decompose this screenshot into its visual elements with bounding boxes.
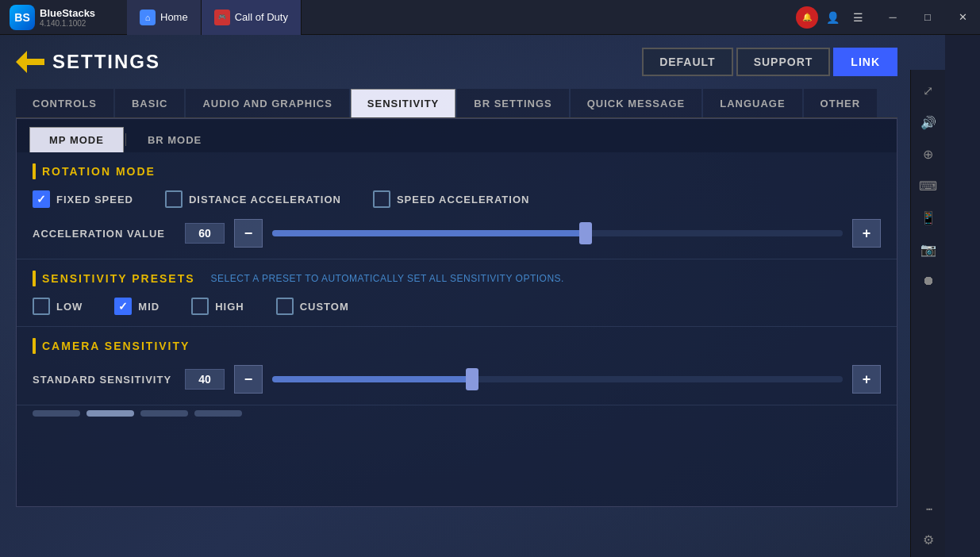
maximize-button[interactable]: □ [910,0,945,35]
default-button[interactable]: DEFAULT [642,48,733,76]
support-button[interactable]: SUPPORT [736,48,831,76]
acceleration-label: ACCELERATION VALUE [33,228,175,240]
acceleration-value: 60 [185,223,225,244]
preset-low-item[interactable]: LOW [33,298,83,315]
tab-other[interactable]: OTHER [804,89,878,117]
standard-sensitivity-fill [272,376,472,382]
camera-sensitivity-label: CAMERA SENSITIVITY [42,340,190,352]
tab-br-settings[interactable]: BR SETTINGS [457,89,568,117]
link-button[interactable]: LINK [833,48,897,76]
bs-info: BlueStacks 4.140.1.1002 [40,7,95,28]
subtab-divider [125,133,126,146]
tab-controls[interactable]: CONTROLS [16,89,113,117]
presets-desc: SELECT A PRESET TO AUTOMATICALLY SET ALL… [211,273,564,284]
tab-basic[interactable]: BASIC [115,89,184,117]
presets-label: SENSITIVITY PRESETS [42,272,195,285]
preset-mid-checkbox[interactable] [114,298,132,315]
preset-custom-label: CUSTOM [300,301,349,313]
distance-accel-checkbox[interactable] [165,190,183,208]
menu-icon[interactable]: ☰ [847,6,869,29]
bluestacks-logo: BS BlueStacks 4.140.1.1002 [0,5,127,30]
fixed-speed-checkbox[interactable] [33,190,50,208]
minimize-button[interactable]: ─ [875,0,910,35]
scroll-bar-area [17,405,897,421]
back-arrow-icon[interactable] [16,51,44,73]
bs-version: 4.140.1.1002 [40,19,95,28]
scroll-tab-4[interactable] [194,410,242,417]
scroll-tab-3[interactable] [140,410,188,417]
acceleration-increment[interactable]: + [852,219,881,248]
content-area: MP MODE BR MODE ROTATION MODE FIXED SPEE… [16,118,897,507]
speed-accel-checkbox[interactable] [373,190,390,208]
preset-low-checkbox[interactable] [33,298,50,315]
header-buttons: DEFAULT SUPPORT LINK [642,48,897,76]
standard-sensitivity-increment[interactable]: + [852,365,881,394]
preset-custom-item[interactable]: CUSTOM [276,298,349,315]
standard-sensitivity-row: STANDARD SENSITIVITY 40 − + [33,365,881,394]
standard-sensitivity-label: STANDARD SENSITIVITY [33,374,175,386]
preset-high-item[interactable]: HIGH [191,298,244,315]
bs-name: BlueStacks [40,7,95,19]
standard-sensitivity-thumb[interactable] [466,368,478,390]
preset-mid-item[interactable]: MID [114,298,159,315]
right-sidebar: ⤢ 🔊 ⊕ ⌨ 📱 📷 ⏺ ··· ⚙ ← [910,70,945,557]
main-tabs: CONTROLS BASIC AUDIO AND GRAPHICS SENSIT… [16,89,897,118]
window-controls: ─ □ ✕ [875,0,980,35]
rotation-mode-title: ROTATION MODE [33,163,881,179]
subtab-br-mode[interactable]: BR MODE [128,127,221,152]
standard-sensitivity-decrement[interactable]: − [234,365,263,394]
rotation-checkboxes: FIXED SPEED DISTANCE ACCELERATION SPEED … [33,190,881,208]
zoom-icon[interactable]: ⊕ [914,140,943,168]
preset-custom-checkbox[interactable] [276,298,294,315]
camera-sensitivity-title: CAMERA SENSITIVITY [33,338,881,354]
standard-sensitivity-value: 40 [185,369,225,390]
speed-accel-item[interactable]: SPEED ACCELERATION [373,190,530,208]
sensitivity-presets-section: SENSITIVITY PRESETS SELECT A PRESET TO A… [17,259,897,327]
game-tab-label: Call of Duty [235,11,288,23]
preset-high-label: HIGH [215,301,244,313]
tab-audio-graphics[interactable]: AUDIO AND GRAPHICS [186,89,348,117]
close-button[interactable]: ✕ [945,0,980,35]
tab-game[interactable]: 🎮 Call of Duty [202,0,302,35]
home-tab-icon: ⌂ [140,10,156,25]
record-icon[interactable]: ⏺ [914,267,943,295]
phone-icon[interactable]: 📱 [914,203,943,232]
acceleration-fill [272,230,586,236]
camera-sensitivity-section: CAMERA SENSITIVITY STANDARD SENSITIVITY … [17,327,897,405]
tab-sensitivity[interactable]: SENSITIVITY [351,89,455,117]
distance-accel-item[interactable]: DISTANCE ACCELERATION [165,190,341,208]
titlebar-icons: 🔔 👤 ☰ [790,6,875,29]
volume-icon[interactable]: 🔊 [914,108,943,136]
acceleration-track[interactable] [272,230,843,236]
standard-sensitivity-track[interactable] [272,376,843,382]
account-icon[interactable]: 👤 [821,6,844,29]
camera-section-bar [33,338,36,354]
tab-quick-message[interactable]: QUICK MESSAGE [571,89,702,117]
expand-icon[interactable]: ⤢ [914,76,943,105]
dots-icon[interactable]: ··· [914,494,943,522]
tab-home[interactable]: ⌂ Home [127,0,202,35]
subtab-mp-mode[interactable]: MP MODE [29,127,124,152]
rotation-mode-label: ROTATION MODE [42,165,156,178]
preset-options: LOW MID HIGH CUSTOM [33,298,881,315]
presets-section-bar [33,271,36,286]
keyboard-icon[interactable]: ⌨ [914,171,943,200]
tab-language[interactable]: LANGUAGE [703,89,801,117]
settings-header: SETTINGS DEFAULT SUPPORT LINK [16,48,897,76]
acceleration-slider-row: ACCELERATION VALUE 60 − + [33,219,881,248]
bs-icon: BS [10,5,35,30]
main-area: ⤢ 🔊 ⊕ ⌨ 📱 📷 ⏺ ··· ⚙ ← SETTINGS DEFAULT [0,35,945,557]
acceleration-thumb[interactable] [579,222,592,244]
scroll-tab-2[interactable] [86,410,134,417]
presets-title-row: SENSITIVITY PRESETS SELECT A PRESET TO A… [33,271,881,286]
notification-icon[interactable]: 🔔 [796,6,818,29]
preset-low-label: LOW [56,301,83,313]
fixed-speed-item[interactable]: FIXED SPEED [33,190,133,208]
acceleration-decrement[interactable]: − [234,219,263,248]
fixed-speed-label: FIXED SPEED [56,194,133,206]
photo-icon[interactable]: 📷 [914,235,943,263]
scroll-tab-1[interactable] [33,410,80,417]
gear-icon[interactable]: ⚙ [914,525,943,554]
titlebar: BS BlueStacks 4.140.1.1002 ⌂ Home 🎮 Call… [0,0,980,35]
preset-high-checkbox[interactable] [191,298,209,315]
